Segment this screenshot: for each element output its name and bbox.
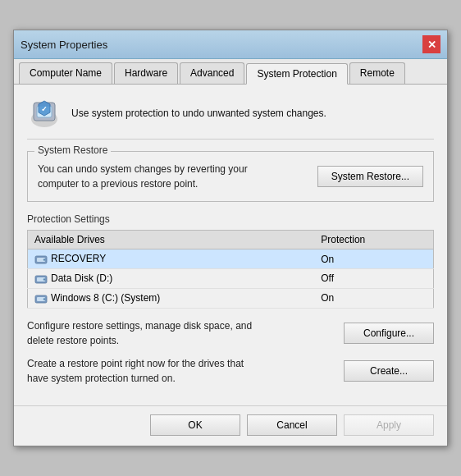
drive-protection: On	[314, 249, 433, 269]
title-bar: System Properties ✕	[14, 30, 447, 59]
configure-description: Configure restore settings, manage disk …	[27, 318, 265, 348]
drive-name: Windows 8 (C:) (System)	[28, 288, 315, 308]
drive-protection: Off	[314, 269, 433, 289]
drives-table: Available Drives Protection RECOVERYOnDa…	[27, 230, 434, 308]
system-restore-label: System Restore	[34, 144, 111, 156]
col-protection: Protection	[314, 231, 433, 249]
system-restore-group: System Restore You can undo system chang…	[27, 151, 434, 202]
tab-system-protection[interactable]: System Protection	[246, 63, 347, 85]
protection-settings-section: Protection Settings Available Drives Pro…	[27, 213, 434, 308]
svg-point-15	[43, 298, 45, 300]
protection-settings-title: Protection Settings	[27, 213, 434, 225]
content-area: ✓ Use system protection to undo unwanted…	[14, 85, 447, 405]
tab-hardware[interactable]: Hardware	[114, 62, 178, 84]
shield-icon: ✓	[27, 96, 62, 130]
drive-name: Data Disk (D:)	[28, 269, 315, 289]
system-restore-button-wrapper: System Restore...	[317, 166, 423, 187]
close-button[interactable]: ✕	[422, 35, 440, 53]
tab-remote[interactable]: Remote	[349, 62, 405, 84]
svg-point-12	[43, 278, 45, 280]
tab-computer-name[interactable]: Computer Name	[19, 62, 112, 84]
tab-advanced[interactable]: Advanced	[180, 62, 244, 84]
create-row: Create a restore point right now for the…	[27, 356, 434, 386]
system-properties-window: System Properties ✕ Computer Name Hardwa…	[13, 30, 448, 446]
drive-protection: On	[314, 288, 433, 308]
tab-bar: Computer Name Hardware Advanced System P…	[14, 59, 447, 85]
create-description: Create a restore point right now for the…	[27, 356, 265, 386]
system-restore-description: You can undo system changes by reverting…	[38, 162, 276, 191]
header-description: Use system protection to undo unwanted s…	[71, 108, 326, 119]
table-row[interactable]: Windows 8 (C:) (System)On	[28, 288, 434, 308]
footer-bar: OK Cancel Apply	[14, 405, 447, 446]
configure-row: Configure restore settings, manage disk …	[27, 318, 434, 348]
configure-button[interactable]: Configure...	[344, 323, 434, 344]
table-row[interactable]: RECOVERYOn	[28, 249, 434, 269]
ok-button[interactable]: OK	[150, 414, 240, 436]
system-restore-button[interactable]: System Restore...	[317, 166, 423, 187]
col-drives: Available Drives	[28, 231, 315, 249]
cancel-button[interactable]: Cancel	[247, 414, 337, 436]
svg-point-9	[43, 259, 45, 260]
table-row[interactable]: Data Disk (D:)Off	[28, 269, 434, 289]
svg-text:✓: ✓	[41, 105, 48, 113]
header-section: ✓ Use system protection to undo unwanted…	[27, 96, 434, 140]
window-title: System Properties	[21, 39, 107, 51]
drive-name: RECOVERY	[28, 249, 315, 269]
apply-button[interactable]: Apply	[344, 414, 434, 436]
create-button[interactable]: Create...	[344, 360, 434, 382]
system-restore-inner: You can undo system changes by reverting…	[38, 162, 423, 191]
